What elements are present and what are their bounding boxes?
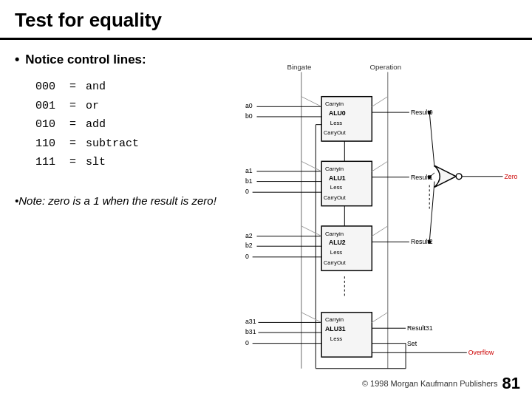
svg-text:ALU2: ALU2 bbox=[329, 239, 346, 246]
svg-text:a1: a1 bbox=[245, 167, 253, 174]
alu-diagram: Bingate Operation a0 b0 Carryin ALU0 Les… bbox=[244, 52, 517, 398]
svg-text:Carryin: Carryin bbox=[325, 231, 344, 237]
svg-line-76 bbox=[372, 97, 387, 107]
svg-text:Carryin: Carryin bbox=[325, 166, 344, 172]
copyright-text: © 1998 Morgan Kaufmann Publishers bbox=[362, 379, 498, 388]
op-add: add bbox=[86, 115, 145, 134]
svg-point-69 bbox=[428, 240, 432, 244]
note-content: •Note: zero is a 1 when the result is ze… bbox=[15, 194, 216, 207]
svg-text:a2: a2 bbox=[245, 232, 253, 239]
op-or: or bbox=[86, 97, 145, 116]
svg-point-61 bbox=[456, 174, 462, 180]
eq-110: = bbox=[69, 134, 80, 154]
svg-line-78 bbox=[372, 226, 387, 236]
bingate-label: Bingate bbox=[287, 63, 311, 71]
code-110: 110 bbox=[35, 134, 64, 154]
eq-001: = bbox=[69, 97, 80, 116]
title-bar: Test for equality bbox=[0, 0, 532, 40]
svg-text:ALU31: ALU31 bbox=[325, 325, 346, 332]
svg-text:ALU0: ALU0 bbox=[329, 109, 346, 117]
svg-text:Result31: Result31 bbox=[407, 324, 433, 332]
svg-text:0: 0 bbox=[245, 253, 249, 260]
svg-text:ALU1: ALU1 bbox=[329, 174, 346, 182]
control-row-010: 010 = add bbox=[35, 115, 236, 134]
svg-text:Less: Less bbox=[330, 184, 343, 191]
svg-line-79 bbox=[372, 313, 387, 323]
right-panel: Bingate Operation a0 b0 Carryin ALU0 Les… bbox=[244, 52, 517, 398]
page-title: Test for equality bbox=[15, 9, 162, 31]
code-111: 111 bbox=[35, 153, 64, 172]
op-subtract: subtract bbox=[86, 134, 145, 154]
svg-text:b2: b2 bbox=[245, 242, 253, 249]
control-row-110: 110 = subtract bbox=[35, 134, 236, 154]
content-area: • Notice control lines: 000 = and 001 = … bbox=[0, 40, 532, 398]
footer: © 1998 Morgan Kaufmann Publishers 81 bbox=[362, 374, 520, 393]
svg-text:CarryOut: CarryOut bbox=[324, 129, 346, 136]
svg-text:Less: Less bbox=[330, 249, 343, 256]
svg-text:Less: Less bbox=[330, 335, 343, 342]
page-number: 81 bbox=[502, 374, 520, 393]
left-panel: • Notice control lines: 000 = and 001 = … bbox=[15, 52, 244, 398]
code-010: 010 bbox=[35, 115, 64, 134]
svg-text:Carryin: Carryin bbox=[325, 316, 344, 323]
svg-text:0: 0 bbox=[245, 339, 249, 347]
svg-text:Carryin: Carryin bbox=[325, 100, 344, 107]
svg-text:0: 0 bbox=[245, 188, 249, 195]
svg-text:CarryOut: CarryOut bbox=[324, 259, 346, 266]
note-text: •Note: zero is a 1 when the result is ze… bbox=[15, 194, 236, 207]
svg-line-77 bbox=[372, 161, 387, 171]
svg-text:b0: b0 bbox=[245, 112, 253, 120]
svg-text:CarryOut: CarryOut bbox=[324, 194, 346, 201]
svg-text:Zero: Zero bbox=[504, 173, 517, 180]
svg-line-73 bbox=[301, 161, 321, 171]
operation-label: Operation bbox=[369, 63, 401, 71]
svg-point-67 bbox=[428, 111, 432, 115]
svg-line-66 bbox=[429, 182, 434, 242]
svg-text:Set: Set bbox=[407, 340, 417, 347]
svg-line-75 bbox=[301, 313, 321, 323]
op-slt: slt bbox=[86, 153, 145, 172]
eq-111: = bbox=[69, 153, 80, 172]
svg-line-72 bbox=[301, 97, 321, 107]
control-row-111: 111 = slt bbox=[35, 153, 236, 172]
svg-point-68 bbox=[428, 175, 432, 179]
svg-text:b1: b1 bbox=[245, 177, 253, 185]
svg-line-74 bbox=[301, 226, 321, 236]
code-001: 001 bbox=[35, 97, 64, 116]
bullet-point: • bbox=[15, 52, 19, 67]
control-row-000: 000 = and bbox=[35, 78, 236, 97]
control-row-001: 001 = or bbox=[35, 97, 236, 116]
svg-text:b31: b31 bbox=[245, 328, 256, 335]
svg-text:a0: a0 bbox=[245, 102, 253, 109]
svg-text:a31: a31 bbox=[245, 318, 256, 325]
svg-text:Less: Less bbox=[330, 120, 343, 126]
svg-text:Overflow: Overflow bbox=[468, 349, 494, 356]
code-000: 000 bbox=[35, 78, 64, 97]
svg-line-64 bbox=[429, 112, 434, 167]
notice-label: Notice control lines: bbox=[25, 52, 146, 67]
control-table: 000 = and 001 = or 010 = add 110 = subtr… bbox=[35, 78, 236, 172]
notice-header: • Notice control lines: bbox=[15, 52, 236, 67]
op-and: and bbox=[86, 78, 145, 97]
eq-010: = bbox=[69, 115, 80, 134]
eq-000: = bbox=[69, 78, 80, 97]
